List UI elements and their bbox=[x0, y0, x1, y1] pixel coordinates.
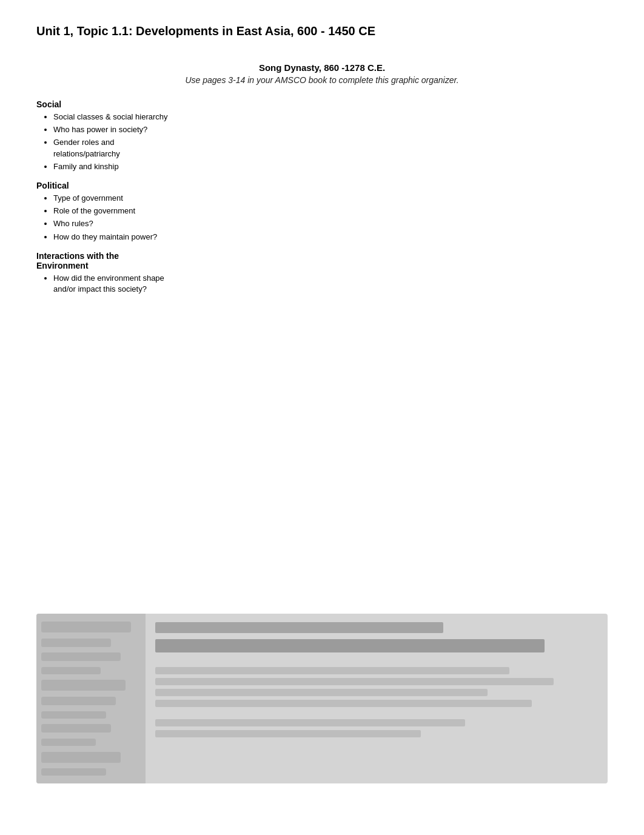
dynasty-title: Song Dynasty, 860 -1278 C.E. bbox=[36, 62, 608, 73]
blurred-left-panel bbox=[36, 614, 146, 783]
political-heading: Political bbox=[36, 181, 182, 190]
interactions-list: How did the environment shape and/or imp… bbox=[36, 273, 182, 295]
page-title: Unit 1, Topic 1.1: Developments in East … bbox=[36, 24, 608, 38]
social-heading: Social bbox=[36, 99, 182, 109]
content-area: Social Social classes & social hierarchy… bbox=[36, 99, 608, 298]
left-column: Social Social classes & social hierarchy… bbox=[36, 99, 182, 298]
list-item: Family and kinship bbox=[53, 161, 182, 172]
list-item: Role of the government bbox=[53, 206, 182, 216]
blurred-content bbox=[36, 614, 608, 783]
list-item: Social classes & social hierarchy bbox=[53, 112, 182, 122]
dynasty-section: Song Dynasty, 860 -1278 C.E. Use pages 3… bbox=[36, 62, 608, 85]
list-item: How did the environment shape and/or imp… bbox=[53, 273, 182, 295]
page: Unit 1, Topic 1.1: Developments in East … bbox=[0, 0, 644, 835]
list-item: Who has power in society? bbox=[53, 124, 182, 135]
list-item: Gender roles and relations/patriarchy bbox=[53, 137, 182, 159]
interactions-heading: Interactions with theEnvironment bbox=[36, 251, 182, 270]
list-item: How do they maintain power? bbox=[53, 232, 182, 243]
instructions-text: Use pages 3-14 in your AMSCO book to com… bbox=[36, 75, 608, 85]
list-item: Type of government bbox=[53, 193, 182, 204]
political-list: Type of government Role of the governmen… bbox=[36, 193, 182, 243]
list-item: Who rules? bbox=[53, 218, 182, 229]
blurred-right-panel bbox=[146, 614, 608, 783]
social-list: Social classes & social hierarchy Who ha… bbox=[36, 112, 182, 172]
